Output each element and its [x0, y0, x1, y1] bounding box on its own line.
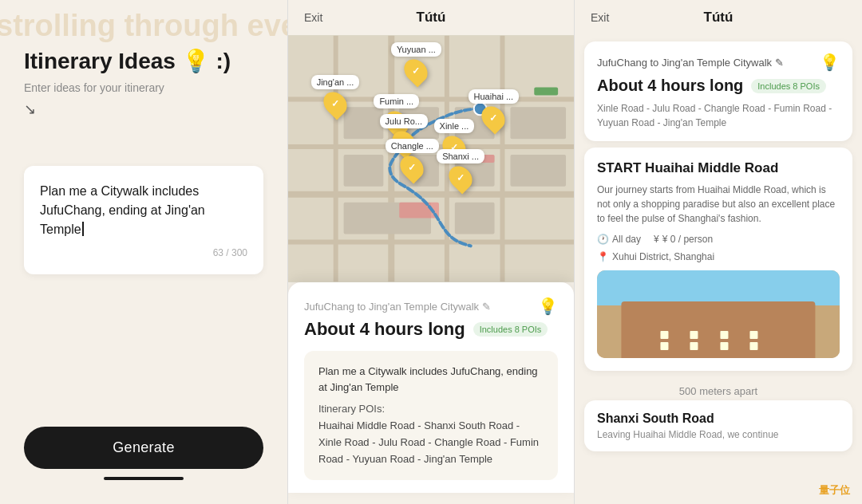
poi-price: ¥ ¥ 0 / person [654, 234, 713, 245]
poi-time: 🕐 All day [597, 234, 641, 245]
window [749, 342, 757, 350]
building-illustration [597, 270, 840, 358]
pin-label-yuyuan: Yuyuan ... [391, 42, 441, 57]
start-poi-card: START Huaihai Middle Road Our journey st… [584, 148, 852, 371]
pin-icon-jingan: ✓ [318, 87, 351, 120]
map-pin-shanxi: Shanxi ... ✓ [437, 149, 484, 191]
detail-hours: About 4 hours long Includes 8 POIs [597, 77, 840, 95]
poi-badge: Includes 8 POIs [473, 322, 548, 337]
map-pin-huaihai: Huaihai ... ✓ [469, 89, 520, 131]
panel2-header: Exit Tútú [288, 0, 574, 35]
poi-image [597, 270, 840, 358]
text-cursor [82, 222, 84, 236]
chat-prompt: Plan me a Citywalk includes JufuChang, e… [318, 364, 544, 395]
next-poi-card: Shanxi South Road Leaving Huaihai Middle… [584, 400, 852, 451]
panel2-header-title: Tútú [417, 10, 446, 26]
yen-icon: ¥ [654, 234, 659, 245]
svg-rect-16 [510, 155, 566, 187]
panel3-header-title: Tútú [704, 10, 733, 26]
detail-bulb-icon: 💡 [820, 53, 840, 72]
pin-label-jingan: Jing'an ... [311, 75, 360, 89]
svg-rect-21 [534, 88, 558, 96]
window [720, 342, 728, 350]
map-container: Yuyuan ... ✓ Jing'an ... ✓ Fumin ... ✓ J… [288, 35, 574, 282]
detail-citywalk-title: JufuChang to Jing'an Temple Citywalk ✎ [597, 57, 784, 69]
panel2-info-card: JufuChang to Jing'an Temple Citywalk ✎ 💡… [288, 282, 574, 493]
pin-label-huaihai: Huaihai ... [469, 89, 520, 104]
window [660, 342, 668, 350]
detail-poi-badge: Includes 8 POIs [751, 79, 826, 93]
start-poi-title: START Huaihai Middle Road [597, 160, 840, 176]
panel3-scroll-area: JufuChang to Jing'an Temple Citywalk ✎ 💡… [575, 35, 862, 504]
map-pin-changle: Changle ... ✓ [386, 139, 439, 180]
detail-route-text: Xinle Road - Julu Road - Changle Road - … [597, 101, 840, 130]
chat-route: Huaihai Middle Road - Shanxi South Road … [318, 418, 544, 467]
window [690, 331, 698, 339]
pin-icon-changle: ✓ [396, 152, 429, 184]
pin-label-changle: Changle ... [386, 139, 439, 153]
info-hours: About 4 hours long Includes 8 POIs [304, 319, 558, 340]
pin-label-fumin: Fumin ... [374, 94, 419, 108]
map-pin-jingan: Jing'an ... ✓ [311, 75, 360, 116]
poi-location: 📍 Xuhui District, Shanghai [597, 251, 840, 262]
svg-rect-11 [344, 155, 384, 187]
panel2-exit-button[interactable]: Exit [304, 11, 322, 24]
generate-button[interactable]: Generate [24, 427, 263, 469]
pin-label-shanxi: Shanxi ... [437, 149, 484, 163]
char-counter: 63 / 300 [40, 247, 247, 258]
pin-icon-shanxi: ✓ [445, 161, 477, 194]
svg-rect-18 [455, 203, 495, 234]
panel3-header: Exit Tútú [575, 0, 862, 35]
next-poi-description: Leaving Huaihai Middle Road, we continue [597, 429, 840, 440]
pin-icon-yuyuan: ✓ [400, 55, 433, 88]
input-text: Plan me a Citywalk includes JufuChang, e… [40, 182, 247, 239]
page-title: Itinerary Ideas 💡 :) [24, 48, 263, 75]
watermark: 量子位 [819, 483, 850, 498]
clock-icon: 🕐 [597, 234, 609, 245]
info-card-title: JufuChang to Jing'an Temple Citywalk ✎ [304, 300, 491, 313]
panel-itinerary-ideas: strolling through ever Itinerary Ideas 💡… [0, 0, 287, 504]
location-icon: 📍 [597, 251, 609, 262]
building-windows [660, 331, 777, 350]
distance-separator: 500 meters apart [575, 377, 862, 400]
next-poi-title: Shanxi South Road [597, 411, 840, 426]
input-area[interactable]: Plan me a Citywalk includes JufuChang, e… [24, 166, 263, 274]
window [749, 331, 757, 339]
panel-map: Exit Tútú [287, 0, 575, 504]
map-background: Yuyuan ... ✓ Jing'an ... ✓ Fumin ... ✓ J… [288, 35, 574, 282]
start-poi-description: Our journey starts from Huaihai Middle R… [597, 183, 840, 226]
detail-top-card: JufuChang to Jing'an Temple Citywalk ✎ 💡… [584, 41, 852, 141]
map-pin-yuyuan: Yuyuan ... ✓ [391, 42, 441, 84]
panel3-exit-button[interactable]: Exit [591, 11, 609, 24]
pin-icon-huaihai: ✓ [477, 102, 510, 135]
window [660, 331, 668, 339]
chat-itinerary-label: Itinerary POIs: [318, 403, 544, 415]
subtitle: Enter ideas for your itinerary [24, 81, 263, 94]
poi-meta: 🕐 All day ¥ ¥ 0 / person [597, 234, 840, 245]
window [690, 342, 698, 350]
window [720, 331, 728, 339]
building-body [621, 301, 815, 359]
chat-bubble: Plan me a Citywalk includes JufuChang, e… [304, 351, 558, 480]
bulb-icon: 💡 [538, 297, 558, 316]
arrow-icon: ↘ [24, 100, 263, 118]
home-indicator [104, 477, 184, 480]
pin-label-julu: Julu Ro... [380, 114, 428, 128]
panel-detail: Exit Tútú JufuChang to Jing'an Temple Ci… [575, 0, 862, 504]
